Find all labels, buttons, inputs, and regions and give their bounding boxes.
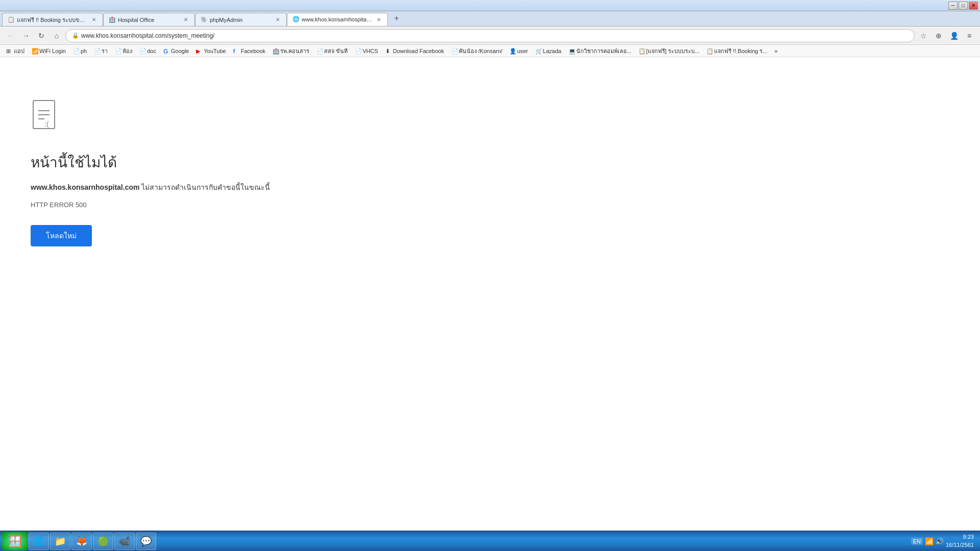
bookmark-label: YouTube [204,48,226,54]
error-container: :( หน้านี้ใช้ไมได้ www.khos.konsarnhospi… [31,98,270,246]
bookmark-label: user [517,48,528,54]
menu-button[interactable]: ≡ [963,29,976,42]
bookmark-item[interactable]: 📄 ห้อง [112,45,135,57]
bookmark-item[interactable]: ⊞ แอป [3,45,28,57]
bookmark-item[interactable]: 📶 WiFi Login [29,47,69,55]
bookmark-item[interactable]: 📄 VHCS [352,47,381,55]
error-description: ไม่สามารถดำเนินการกับคำขอนี้ในขณะนี้ [139,183,270,191]
language-indicator[interactable]: EN [911,538,923,545]
bookmark-favicon: 👤 [509,48,516,54]
bookmarks-more-button[interactable]: » [771,47,780,55]
back-button[interactable]: ← [4,29,17,42]
bookmark-favicon: 📄 [139,48,145,54]
bookmark-favicon: 📄 [355,48,361,54]
bookmark-label: doc [147,48,156,54]
forward-button[interactable]: → [19,29,33,42]
bookmark-favicon: ▶ [196,48,202,54]
bookmark-item[interactable]: 📄 สสจ ขันที [313,45,351,57]
app-icon: 📁 [55,536,66,547]
main-content: :( หน้านี้ใช้ไมได้ www.khos.konsarnhospi… [0,57,980,531]
bookmark-favicon: ⬇ [385,48,391,54]
error-domain-bold: www.khos.konsarnhospital.com [31,183,139,191]
bookmark-item[interactable]: G Google [160,47,192,55]
window-controls: ─ □ ✕ [948,2,978,10]
tab-favicon-tab1: 📋 [8,16,15,23]
bookmark-item[interactable]: 📋 แจกฟรี !! Booking ร... [703,45,770,57]
tray-icons: 📶 🔊 [925,537,944,545]
tab-tab3[interactable]: 🐘 phpMyAdmin ✕ [195,13,287,26]
start-button[interactable]: 🪟 [2,532,28,550]
bookmark-label: [แจกฟรี] ระบบบระบ... [646,46,699,56]
bookmark-label: Download Facebook [393,48,444,54]
taskbar: 🪟 🌐📁🦊🟢📹💬 EN 📶 🔊 9:23 16/11/2561 [0,531,980,551]
bookmark-favicon: 📋 [639,48,645,54]
reload-button[interactable]: ↻ [35,29,48,42]
bookmark-label: WiFi Login [39,48,66,54]
volume-tray-icon[interactable]: 🔊 [935,537,944,545]
profile-button[interactable]: 👤 [947,29,961,42]
app-icon: 🌐 [33,536,44,547]
bookmark-item[interactable]: 📄 คันนัอง /Konsarn/ [448,45,505,57]
bookmark-item[interactable]: 🛒 Lazada [532,47,565,55]
tab-label-tab3: phpMyAdmin [210,17,242,23]
bookmark-label: Facebook [241,48,265,54]
svg-text::(: :( [44,120,49,128]
address-bar[interactable]: 🔒 www.khos.konsarnhospital.com/system_me… [65,29,915,42]
bookmark-item[interactable]: ⬇ Download Facebook [382,47,447,55]
bookmark-star-button[interactable]: ☆ [917,29,930,42]
reload-button-main[interactable]: โหลดใหม่ [31,225,92,246]
tab-favicon-tab3: 🐘 [201,16,208,23]
tab-bar: 📋 แจกฟรี !! Booking ระบบของโรง... ✕ 🏥 Ho… [0,11,980,27]
bookmark-label: VHCS [362,48,378,54]
tab-label-tab2: Hospital Office [118,17,154,23]
bookmark-label: นักวิชาการคอมพ์เลอ... [576,46,631,56]
taskbar-app-vlc[interactable]: 📹 [114,533,135,550]
bookmark-item[interactable]: 💻 นักวิชาการคอมพ์เลอ... [566,45,634,57]
new-tab-button[interactable]: + [390,12,403,25]
tab-tab1[interactable]: 📋 แจกฟรี !! Booking ระบบของโรง... ✕ [2,13,103,26]
minimize-button[interactable]: ─ [948,2,958,10]
tab-favicon-tab4: 🌐 [292,16,300,23]
bookmark-item[interactable]: 📄 doc [136,47,159,55]
navbar: ← → ↻ ⌂ 🔒 www.khos.konsarnhospital.com/s… [0,27,980,45]
error-domain-text: www.khos.konsarnhospital.com ไม่สามารถดำ… [31,182,270,193]
home-button[interactable]: ⌂ [50,29,63,42]
extension-button[interactable]: ⊕ [932,29,945,42]
tab-close-tab3[interactable]: ✕ [274,16,281,23]
bookmark-favicon: ⊞ [6,48,12,54]
bookmark-label: ph [81,48,87,54]
taskbar-app-firefox[interactable]: 🦊 [71,533,92,550]
bookmark-favicon: 📄 [451,48,457,54]
bookmark-favicon: 🏥 [273,48,279,54]
app-icon: 📹 [119,536,130,547]
bookmark-item[interactable]: f Facebook [230,47,268,55]
bookmark-label: แจกฟรี !! Booking ร... [714,46,767,56]
network-tray-icon[interactable]: 📶 [925,537,934,545]
tab-close-tab2[interactable]: ✕ [182,16,189,23]
clock-time: 9:23 [946,533,974,541]
taskbar-app-internet-explorer[interactable]: 🌐 [29,533,49,550]
taskbar-app-line[interactable]: 💬 [136,533,156,550]
tab-close-tab1[interactable]: ✕ [90,16,97,23]
bookmark-label: Google [171,48,189,54]
bookmark-item[interactable]: 📄 ph [70,47,90,55]
bookmark-label: ห้อง [122,46,132,56]
bookmark-item[interactable]: 👤 user [506,47,531,55]
tab-label-tab4: www.khos.konsarnhospital.com [302,16,373,22]
bookmark-item[interactable]: 📋 [แจกฟรี] ระบบบระบ... [635,45,702,57]
maximize-button[interactable]: □ [959,2,968,10]
bookmark-item[interactable]: 🏥 รพ.คอนสาร [270,45,312,57]
tab-label-tab1: แจกฟรี !! Booking ระบบของโรง... [17,15,88,24]
system-clock[interactable]: 9:23 16/11/2561 [946,533,974,549]
taskbar-app-chrome[interactable]: 🟢 [93,533,113,550]
bookmark-item[interactable]: 📄 รา [91,45,111,57]
bookmark-label: รพ.คอนสาร [280,46,309,56]
tab-tab2[interactable]: 🏥 Hospital Office ✕ [103,13,195,26]
tab-tab4[interactable]: 🌐 www.khos.konsarnhospital.com ✕ [287,13,388,26]
bookmark-item[interactable]: ▶ YouTube [193,47,229,55]
bookmark-label: สสจ ขันที [324,46,348,56]
close-button[interactable]: ✕ [969,2,978,10]
tab-close-tab4[interactable]: ✕ [375,16,382,23]
bookmark-favicon: 💻 [569,48,575,54]
taskbar-app-file-explorer[interactable]: 📁 [50,533,70,550]
